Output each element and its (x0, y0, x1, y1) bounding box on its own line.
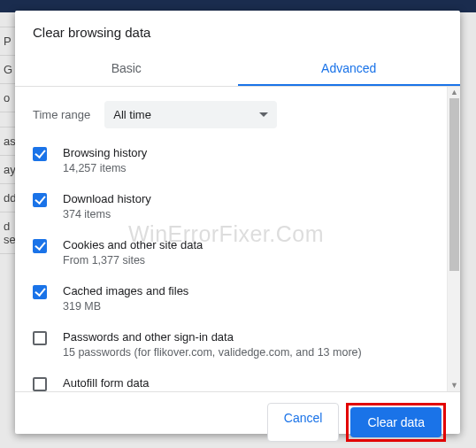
checkbox-passwords[interactable] (33, 331, 47, 345)
scrollbar-thumb[interactable] (449, 98, 459, 271)
item-label: Download history (63, 192, 151, 205)
item-autofill: Autofill form data (33, 376, 429, 391)
item-label: Cookies and other site data (63, 238, 203, 251)
tab-basic[interactable]: Basic (15, 50, 238, 86)
item-cookies: Cookies and other site data From 1,377 s… (33, 238, 429, 266)
item-label: Browsing history (63, 146, 147, 159)
item-sub: 15 passwords (for flikover.com, validedg… (63, 346, 362, 359)
item-label: Autofill form data (63, 376, 150, 390)
checkbox-cached[interactable] (33, 285, 47, 299)
time-range-label: Time range (33, 108, 90, 121)
checkbox-cookies[interactable] (33, 239, 47, 253)
scrollbar[interactable]: ▲ ▼ (447, 87, 460, 391)
content: Time range All time Browsing history 14,… (15, 87, 447, 391)
item-browsing-history: Browsing history 14,257 items (33, 146, 429, 174)
item-label: Cached images and files (63, 284, 188, 297)
item-passwords: Passwords and other sign-in data 15 pass… (33, 330, 429, 359)
scroll-down-icon[interactable]: ▼ (450, 382, 458, 390)
checkbox-download-history[interactable] (33, 193, 47, 207)
checkbox-browsing-history[interactable] (33, 147, 47, 161)
highlight-box: Clear data (346, 403, 446, 442)
checkbox-autofill[interactable] (33, 377, 47, 391)
cancel-button[interactable]: Cancel (267, 403, 340, 442)
tab-advanced[interactable]: Advanced (238, 50, 461, 86)
item-cached: Cached images and files 319 MB (33, 284, 429, 313)
scroll-up-icon[interactable]: ▲ (450, 89, 458, 97)
item-label: Passwords and other sign-in data (63, 330, 362, 344)
item-download-history: Download history 374 items (33, 192, 429, 220)
item-sub: From 1,377 sites (63, 254, 203, 266)
tabs: Basic Advanced (15, 50, 460, 87)
item-sub: 14,257 items (63, 162, 147, 174)
dialog-title: Clear browsing data (15, 11, 460, 50)
time-range-value: All time (113, 108, 151, 121)
item-sub: 319 MB (63, 300, 188, 313)
item-sub: 374 items (63, 208, 151, 220)
clear-data-button[interactable]: Clear data (350, 407, 441, 437)
dialog-footer: Cancel Clear data (15, 391, 460, 448)
time-range-row: Time range All time (33, 101, 429, 128)
time-range-dropdown[interactable]: All time (104, 101, 277, 128)
content-wrap: Time range All time Browsing history 14,… (15, 87, 460, 391)
clear-browsing-data-dialog: Clear browsing data Basic Advanced Time … (15, 11, 460, 434)
chevron-down-icon (259, 112, 268, 117)
